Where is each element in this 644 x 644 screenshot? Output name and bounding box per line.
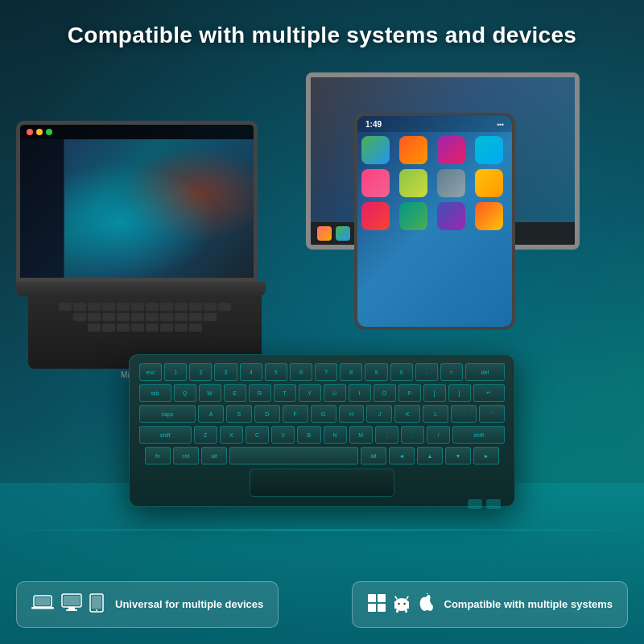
key-alt-right: alt (361, 447, 386, 464)
svg-rect-11 (378, 594, 386, 602)
key (146, 303, 159, 311)
key-n: N (324, 426, 347, 444)
key-k: K (394, 405, 420, 423)
macbook-wallpaper (64, 139, 254, 278)
ipad-app-2 (399, 136, 427, 164)
macbook-screen-content (20, 139, 254, 278)
key-equals: = (440, 363, 463, 381)
close-dot (27, 129, 33, 135)
key (88, 303, 101, 311)
svg-rect-13 (378, 604, 386, 612)
key-o: O (374, 384, 396, 402)
key-arrow-down: ▼ (445, 447, 471, 464)
key-arrow-right: ► (473, 447, 499, 464)
ipad-time: 1:49 (365, 120, 382, 129)
main-container: Compatible with multiple systems and dev… (0, 0, 644, 644)
key-4: 4 (240, 363, 262, 381)
key-space (229, 447, 358, 464)
key (131, 313, 144, 321)
macbook-screen (20, 125, 254, 278)
keyboard-buttons-row (139, 499, 505, 509)
keyboard-touchpad (250, 469, 394, 497)
key (160, 324, 173, 332)
key-p: P (398, 384, 421, 402)
key-b: B (297, 426, 320, 444)
svg-rect-8 (92, 596, 101, 609)
ipad-app-8 (475, 169, 503, 197)
key-0: 0 (390, 363, 413, 381)
key (102, 313, 115, 321)
key-d: D (254, 405, 280, 423)
keyboard-keys-area: esc 1 2 3 4 5 6 7 8 9 0 - = del tab Q W … (139, 363, 505, 464)
key-esc: esc (139, 363, 162, 381)
svg-rect-1 (35, 597, 50, 605)
key-u: U (324, 384, 346, 402)
ipad-app-5 (361, 169, 390, 197)
key-alt-left: alt (201, 447, 227, 464)
ipad-app-7 (437, 169, 465, 197)
key-period: . (401, 426, 424, 444)
key (175, 303, 188, 311)
key-e: E (224, 384, 246, 402)
key (88, 324, 101, 332)
key-caps: caps (139, 405, 196, 423)
key-ctrl: ctrl (173, 447, 199, 464)
asdf-row: caps A S D F G H J K L ; ' (139, 405, 505, 423)
key-lbracket: [ (423, 384, 446, 402)
svg-rect-15 (394, 601, 409, 609)
key (102, 303, 115, 311)
key (204, 303, 217, 311)
key (146, 313, 159, 321)
keyboard-btn-2 (486, 499, 501, 509)
svg-rect-10 (368, 594, 376, 602)
ipad-app-9 (361, 202, 390, 230)
space-row: fn ctrl alt alt ◄ ▲ ▼ ► (139, 447, 505, 464)
ipad-status-bar: 1:49 ▪▪▪ (357, 116, 512, 132)
key-5: 5 (265, 363, 287, 381)
ipad-app-4 (475, 136, 503, 164)
ipad-app-11 (437, 202, 465, 230)
key-fn: fn (145, 447, 171, 464)
key-i: I (349, 384, 371, 402)
key (175, 313, 188, 321)
key (131, 303, 144, 311)
keyboard-btn-1 (468, 499, 482, 509)
key (204, 313, 217, 321)
key-v: V (271, 426, 295, 444)
windows-icon (367, 593, 386, 616)
svg-rect-4 (64, 596, 80, 605)
key-r: R (249, 384, 271, 402)
key-shift-left: shift (139, 426, 192, 444)
key (117, 313, 130, 321)
key-enter: ↵ (473, 384, 506, 402)
key (88, 313, 101, 321)
key-arrow-up: ▲ (417, 447, 443, 464)
dock-icon-1 (317, 226, 332, 241)
key-h: H (339, 405, 365, 423)
macbook-lid (16, 121, 258, 282)
key (189, 313, 202, 321)
key (160, 313, 173, 321)
key-row-1 (35, 303, 255, 311)
macbook-top-bar (20, 125, 254, 139)
key (73, 303, 86, 311)
svg-point-17 (403, 603, 405, 605)
key-s: S (226, 405, 252, 423)
tablet-icon (89, 593, 104, 616)
key (189, 303, 202, 311)
ipad-app-6 (399, 169, 427, 197)
key-l: L (423, 405, 448, 423)
info-box-devices: Universal for multiple devices (16, 581, 279, 628)
svg-line-19 (407, 597, 408, 599)
info-boxes: Universal for multiple devices (0, 581, 644, 628)
macbook-sidebar (20, 139, 64, 278)
ipad-device: 1:49 ▪▪▪ (354, 113, 515, 330)
key-y: Y (299, 384, 321, 402)
zxcv-row: shift Z X C V B N M , . / shift (139, 426, 505, 444)
android-icon (393, 593, 411, 616)
key-9: 9 (365, 363, 387, 381)
key-tab: tab (139, 384, 171, 402)
key (102, 324, 115, 332)
key-w: W (199, 384, 221, 402)
key (131, 324, 144, 332)
